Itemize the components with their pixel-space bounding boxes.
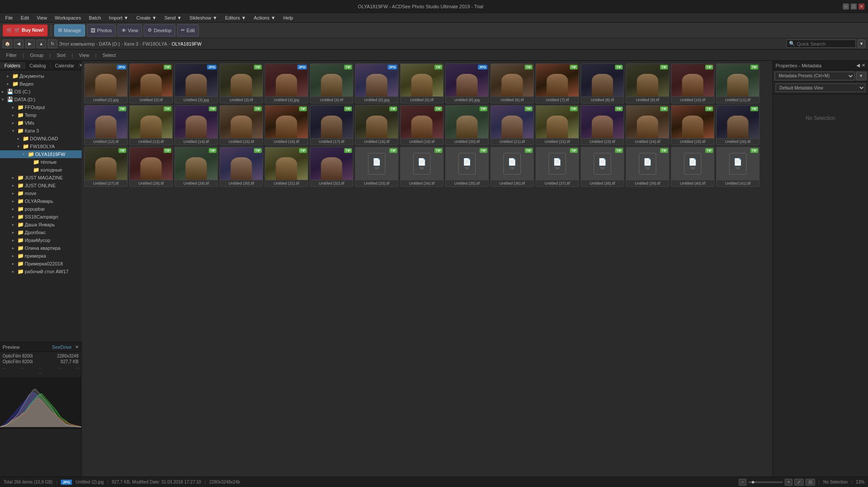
menu-help[interactable]: Help xyxy=(280,14,297,21)
thumbnail-item-44[interactable]: TIF📄TIFUntitled (41).tif xyxy=(716,147,760,187)
thumbnail-item-28[interactable]: TIFUntitled (25).tif xyxy=(671,105,714,145)
thumbnail-item-18[interactable]: TIFUntitled (15).tif xyxy=(220,105,263,145)
view-button[interactable]: 👁 View xyxy=(118,24,142,36)
tab-catalog[interactable]: Catalog xyxy=(25,62,51,69)
tree-item-17[interactable]: ▸📁popupbar xyxy=(0,205,82,213)
tree-item-20[interactable]: ▸📁Дропбокс xyxy=(0,229,82,236)
thumbnail-item-39[interactable]: TIF📄TIFUntitled (36).tif xyxy=(490,147,534,187)
nav-refresh-btn[interactable]: ↻ xyxy=(48,40,57,48)
tree-item-15[interactable]: ▸📁move xyxy=(0,189,82,197)
group-button[interactable]: Group xyxy=(27,52,46,59)
develop-button[interactable]: ⚙ Develop xyxy=(144,24,175,36)
thumbnail-item-37[interactable]: TIF📄TIFUntitled (34).tif xyxy=(400,147,444,187)
thumbnail-item-2[interactable]: JPGUntitled (3).jpg xyxy=(174,63,218,103)
metadata-options-btn[interactable]: ▼ xyxy=(856,72,866,80)
thumbnail-item-33[interactable]: TIFUntitled (30).tif xyxy=(220,147,263,187)
search-options-btn[interactable]: ▼ xyxy=(858,40,865,48)
view-filter-button[interactable]: View xyxy=(76,52,92,59)
menu-slideshow[interactable]: Slideshow ▼ xyxy=(186,14,221,21)
tree-item-0[interactable]: ▸📁Документы xyxy=(0,72,82,80)
thumbnail-item-12[interactable]: TIFUntitled (9).tif xyxy=(626,63,669,103)
breadcrumb-data-d[interactable]: DATA (D:) xyxy=(99,41,120,46)
zoom-fit-btn[interactable]: ⤢ xyxy=(794,479,804,486)
thumbnail-item-14[interactable]: TIFUntitled (11).tif xyxy=(716,63,760,103)
buy-now-button[interactable]: 🛒 🛒 Buy Now! xyxy=(3,24,48,36)
thumbnail-item-34[interactable]: TIFUntitled (31).tif xyxy=(265,147,308,187)
thumbnail-item-7[interactable]: TIFUntitled (5).tif xyxy=(400,63,444,103)
thumbnail-item-43[interactable]: TIF📄TIFUntitled (40).tif xyxy=(671,147,714,187)
right-sidebar-expand-btn[interactable]: ◀ xyxy=(856,63,860,68)
thumbnail-item-10[interactable]: TIFUntitled (7).tif xyxy=(536,63,579,103)
menu-workspaces[interactable]: Workspaces xyxy=(51,14,84,21)
tab-calendar[interactable]: Calendar xyxy=(51,62,79,69)
thumbnail-item-16[interactable]: TIFUntitled (13).tif xyxy=(129,105,173,145)
thumbnail-item-5[interactable]: TIFUntitled (4).tif xyxy=(310,63,353,103)
metadata-preset-select[interactable]: Metadata Presets (Ctrl+M) xyxy=(775,72,855,80)
minimize-btn[interactable]: ─ xyxy=(843,3,849,10)
tree-item-13[interactable]: ▸📁JUST MAGAZINE xyxy=(0,174,82,182)
thumbnail-item-8[interactable]: JPGUntitled (6).jpg xyxy=(445,63,489,103)
filter-button[interactable]: Filter xyxy=(3,52,19,59)
manage-button[interactable]: ⊞ Manage xyxy=(54,24,85,36)
thumbnail-item-40[interactable]: TIF📄TIFUntitled (37).tif xyxy=(536,147,579,187)
thumbnail-item-4[interactable]: JPGUntitled (4).jpg xyxy=(265,63,308,103)
zoom-in-btn[interactable]: + xyxy=(785,479,792,486)
thumbnail-item-35[interactable]: TIFUntitled (32).tif xyxy=(310,147,353,187)
tree-item-7[interactable]: ▾📁Кати 3 xyxy=(0,127,82,135)
zoom-slider-area[interactable] xyxy=(748,481,783,483)
thumbnail-grid[interactable]: JPGUntitled (2).jpgTIFUntitled (2).tifJP… xyxy=(82,61,773,477)
thumbnail-item-23[interactable]: TIFUntitled (20).tif xyxy=(445,105,489,145)
tree-item-2[interactable]: ▸💾OS (C:) xyxy=(0,88,82,96)
nav-up-btn[interactable]: ▲ xyxy=(36,40,46,48)
preview-close-btn[interactable]: ✕ xyxy=(75,345,79,349)
tree-item-21[interactable]: ▸📁ИраиМусор xyxy=(0,236,82,244)
tree-item-5[interactable]: ▸📁Temp xyxy=(0,111,82,119)
tree-item-8[interactable]: ▸📁DOWNLOAD xyxy=(0,135,82,142)
thumbnail-item-6[interactable]: JPGUntitled (5).jpg xyxy=(355,63,398,103)
tab-folders[interactable]: Folders xyxy=(0,62,25,69)
menu-create[interactable]: Create ▼ xyxy=(133,14,160,21)
tree-item-23[interactable]: ▸📁примерка xyxy=(0,252,82,260)
menu-edit[interactable]: Edit xyxy=(17,14,33,21)
tree-item-1[interactable]: ▸📁Видео xyxy=(0,80,82,88)
zoom-actual-btn[interactable]: ⊡ xyxy=(806,479,815,486)
menu-send[interactable]: Send ▼ xyxy=(161,14,185,21)
tree-item-6[interactable]: ▸📁VMs xyxy=(0,119,82,127)
zoom-out-btn[interactable]: − xyxy=(739,479,746,486)
seedrive-label[interactable]: SeeDrive xyxy=(52,345,72,350)
folder-tree[interactable]: ▸📁Документы▸📁Видео▸💾OS (C:)▾💾DATA (D:)▸📁… xyxy=(0,70,82,342)
tree-item-18[interactable]: ▸📁SS18Campaign xyxy=(0,213,82,221)
thumbnail-item-15[interactable]: TIFUntitled (12).tif xyxy=(84,105,128,145)
thumbnail-item-31[interactable]: TIFUntitled (28).tif xyxy=(129,147,173,187)
photos-button[interactable]: 🖼 Photos xyxy=(87,24,116,36)
thumbnail-item-11[interactable]: TIFUntitled (8).tif xyxy=(581,63,624,103)
thumbnail-item-41[interactable]: TIF📄TIFUntitled (38).tif xyxy=(581,147,624,187)
select-button[interactable]: Select xyxy=(100,52,118,59)
thumbnail-item-21[interactable]: TIFUntitled (18).tif xyxy=(355,105,398,145)
tree-item-16[interactable]: ▸📁OLYAЯнварь xyxy=(0,197,82,205)
edit-button[interactable]: ✏ Edit xyxy=(177,24,199,36)
tree-item-24[interactable]: ▸📁Примерка022018 xyxy=(0,260,82,268)
tree-item-3[interactable]: ▾💾DATA (D:) xyxy=(0,96,82,103)
thumbnail-item-26[interactable]: TIFUntitled (23).tif xyxy=(581,105,624,145)
nav-forward-btn[interactable]: ▶ xyxy=(25,40,35,48)
thumbnail-item-36[interactable]: TIF📄TIFUntitled (33).tif xyxy=(355,147,398,187)
thumbnail-item-0[interactable]: JPGUntitled (2).jpg xyxy=(84,63,128,103)
metadata-view-select[interactable]: Default Metadata View xyxy=(776,83,865,92)
thumbnail-item-27[interactable]: TIFUntitled (24).tif xyxy=(626,105,669,145)
tree-item-11[interactable]: 📁тёплые xyxy=(0,158,82,166)
menu-file[interactable]: File xyxy=(2,14,16,21)
right-sidebar-close-btn[interactable]: ✕ xyxy=(861,63,865,68)
menu-editors[interactable]: Editors ▼ xyxy=(222,14,250,21)
thumbnail-item-29[interactable]: TIFUntitled (26).tif xyxy=(716,105,760,145)
thumbnail-item-22[interactable]: TIFUntitled (19).tif xyxy=(400,105,444,145)
tree-item-14[interactable]: ▸📁JUST ONLINE xyxy=(0,182,82,189)
menu-view[interactable]: View xyxy=(33,14,51,21)
thumbnail-item-13[interactable]: TIFUntitled (10).tif xyxy=(671,63,714,103)
nav-back-btn[interactable]: ◀ xyxy=(14,40,23,48)
tree-item-19[interactable]: ▸📁Даша Январь xyxy=(0,221,82,229)
thumbnail-item-1[interactable]: TIFUntitled (2).tif xyxy=(129,63,173,103)
tree-item-10[interactable]: ▾📁OLYA1819FW xyxy=(0,150,82,158)
tree-item-25[interactable]: ▸📁рабочий стол AW17 xyxy=(0,268,82,275)
close-btn[interactable]: ✕ xyxy=(858,3,865,10)
